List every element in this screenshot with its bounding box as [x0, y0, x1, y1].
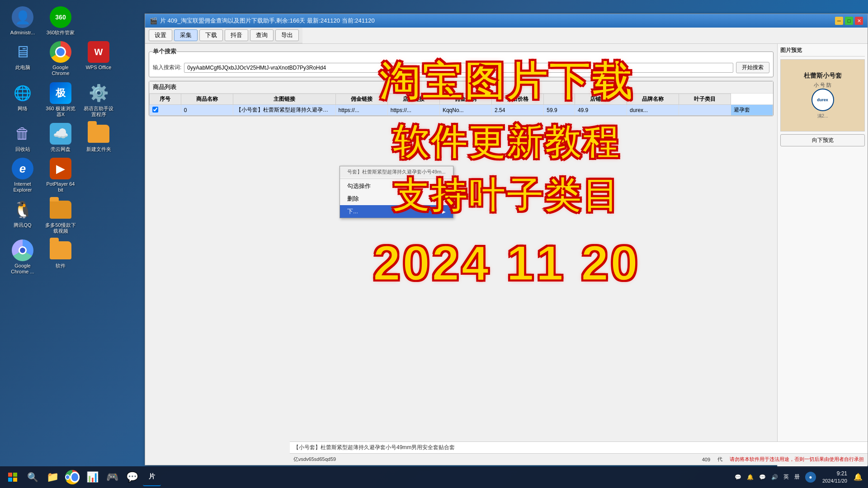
qq-label: 腾讯QQ — [14, 222, 31, 228]
tab-export[interactable]: 导出 — [275, 29, 299, 41]
tray-notification[interactable]: 🔔 — [745, 473, 755, 481]
software-folder-icon — [50, 241, 71, 259]
desktop-icon-admin[interactable]: 👤 Administr... — [5, 5, 41, 38]
desktop-icon-chrome-dev[interactable]: Google Chrome ... — [5, 238, 41, 277]
cell-after-price: 49.9 — [575, 105, 627, 116]
search-row: 输入搜索词: 开始搜索 — [153, 62, 769, 73]
desktop-icon-mypc[interactable]: 🖥 此电脑 — [5, 39, 41, 78]
context-item-header: 号套】杜蕾斯紧型超薄持久避孕套小号49m... — [340, 166, 453, 178]
taskbar-chrome[interactable] — [63, 468, 81, 486]
search-label: 输入搜索词: — [153, 64, 181, 71]
duoduo-label: 多多50慢款下载视频 — [44, 222, 77, 234]
right-panel: 图片预览 杜蕾斯小号套 小 号 防 durex 满2... 向下预览 — [777, 44, 868, 468]
search-input[interactable] — [184, 63, 733, 73]
status-bar: 亿vsdv65sd65qd59 409 代 请勿将本软件用于违法用途，否则一切后… — [290, 453, 868, 465]
cell-shop: KqqNo... — [439, 105, 491, 116]
cell-ratio: 2.54 — [492, 105, 544, 116]
preview-sub-text: 小 号 防 — [814, 82, 831, 89]
svg-rect-3 — [13, 478, 17, 482]
tray-lang[interactable]: 英 — [782, 472, 791, 482]
window-title-icon: 🎬 — [150, 17, 157, 24]
taskbar-explorer[interactable]: 📁 — [43, 468, 61, 486]
window-titlebar: 🎬 片 409_淘宝联盟佣金查询以及图片下载助手,剩余:166天 最新:2411… — [145, 14, 868, 28]
360speed-label: 360 极速浏览器X — [44, 106, 77, 117]
cell-category: 避孕套 — [731, 105, 773, 116]
cell-checkbox[interactable] — [150, 105, 181, 116]
cell-seq: 0 — [181, 105, 233, 116]
wps-icon: W — [88, 41, 109, 63]
system-clock[interactable]: 9:21 2024/11/20 — [820, 469, 850, 485]
taskbar-game[interactable]: 🎮 — [103, 468, 121, 486]
status-mid: 409 — [702, 457, 710, 462]
game-icon: 🎮 — [106, 471, 118, 483]
desktop-icon-network[interactable]: 🌐 网络 — [5, 80, 41, 119]
window-controls: ─ □ ✕ — [835, 17, 863, 25]
tray-volume[interactable]: 🔊 — [769, 473, 780, 481]
maximize-button[interactable]: □ — [845, 17, 853, 25]
desktop-icon-recycle[interactable]: 🗑 回收站 — [5, 121, 41, 154]
desktop-icon-ie[interactable]: e Internet Explorer — [5, 156, 41, 195]
tray-wechat[interactable]: 💬 — [733, 473, 743, 481]
col-after-price — [544, 94, 575, 105]
desktop-icon-potplayer[interactable]: ▶ PotPlayer 64 bit — [42, 156, 79, 195]
chevron-right-icon-3: ▶ — [442, 209, 446, 214]
cell-coupon: https://... — [387, 105, 439, 116]
col-shop: 店铺链接 — [387, 94, 439, 105]
tray-ime[interactable]: 册 — [793, 472, 802, 482]
taskbar-app[interactable]: 片 — [143, 468, 161, 486]
minimize-button[interactable]: ─ — [835, 17, 843, 25]
status-left: 亿vsdv65sd65qd59 — [293, 456, 695, 463]
chrome-label: Google Chrome — [44, 65, 77, 76]
mypc-label: 此电脑 — [15, 65, 30, 70]
desktop-icon-newfolder[interactable]: 新建文件夹 — [80, 121, 117, 154]
desktop-icon-duoduo[interactable]: 多多50慢款下载视频 — [42, 197, 79, 236]
context-item-download[interactable]: 下... ▶ — [340, 205, 453, 218]
tray-chat[interactable]: 💬 — [757, 473, 768, 481]
desktop: 👤 Administr... 360 360软件管家 🖥 此电脑 — [0, 0, 868, 488]
app-window: 🎬 片 409_淘宝联盟佣金查询以及图片下载助手,剩余:166天 最新:2411… — [145, 14, 868, 465]
newfolder-label: 新建文件夹 — [86, 146, 111, 152]
folder-icon — [88, 125, 109, 143]
desktop-icon-qq[interactable]: 🐧 腾讯QQ — [5, 197, 41, 236]
bell-icon: 🔔 — [854, 473, 863, 481]
context-item-select[interactable]: 勾选操作 ▶ — [340, 180, 453, 192]
tab-query[interactable]: 查询 — [250, 29, 274, 41]
col-ratio: 佣金比例 — [439, 94, 491, 105]
desktop-icon-wps[interactable]: W WPS Office — [80, 39, 117, 78]
col-name: 商品名称 — [181, 94, 233, 105]
preview-down-button[interactable]: 向下预览 — [780, 134, 865, 146]
desktop-icon-yiyuyan[interactable]: ⚙️ 易语言助手设置程序 — [80, 80, 117, 119]
desktop-icon-shell[interactable]: ☁️ 壳云网盘 — [42, 121, 79, 154]
chevron-right-icon-2: ▶ — [442, 197, 446, 202]
desktop-icon-chrome[interactable]: Google Chrome — [42, 39, 79, 78]
wps-label: WPS Office — [86, 65, 112, 70]
tab-collect[interactable]: 采集 — [174, 29, 198, 41]
desktop-icon-360manager[interactable]: 360 360软件管家 — [42, 5, 79, 38]
left-panel: 单个搜索 输入搜索词: 开始搜索 商品列表 序号 — [145, 44, 777, 468]
ie-label: Internet Explorer — [6, 181, 39, 193]
tray-user[interactable]: ● — [803, 471, 818, 483]
taskbar-search[interactable]: 🔍 — [24, 468, 42, 486]
tab-settings[interactable]: 设置 — [149, 29, 172, 41]
cell-price: 59.9 — [544, 105, 575, 116]
search-button[interactable]: 开始搜索 — [736, 62, 769, 73]
recycle-label: 回收站 — [15, 146, 30, 152]
context-item-delete[interactable]: 删除 ▶ — [340, 192, 453, 205]
cell-name: 【小号套】杜蕾斯紧型超薄持久避孕套小号49m... — [233, 105, 336, 116]
taskbar-wechat[interactable]: 💬 — [123, 468, 141, 486]
svg-rect-2 — [8, 478, 12, 482]
desktop-icon-software[interactable]: 软件 — [42, 238, 79, 277]
start-button[interactable] — [4, 468, 22, 486]
svg-rect-0 — [8, 473, 12, 477]
wechat-tray-icon: 💬 — [735, 474, 741, 480]
desktop-icon-360speed[interactable]: 极 360 极速浏览器X — [42, 80, 79, 119]
volume-icon: 🔊 — [771, 474, 778, 480]
cell-shopname: durex... — [627, 105, 679, 116]
tab-tiktok[interactable]: 抖音 — [225, 29, 248, 41]
tray-notification-bell[interactable]: 🔔 — [852, 472, 864, 482]
close-button[interactable]: ✕ — [855, 17, 863, 25]
graph-icon: 📊 — [86, 471, 99, 483]
tab-download[interactable]: 下载 — [199, 29, 223, 41]
table-row[interactable]: 0 【小号套】杜蕾斯紧型超薄持久避孕套小号49m... https://... … — [150, 105, 773, 116]
taskbar-graph[interactable]: 📊 — [83, 468, 101, 486]
